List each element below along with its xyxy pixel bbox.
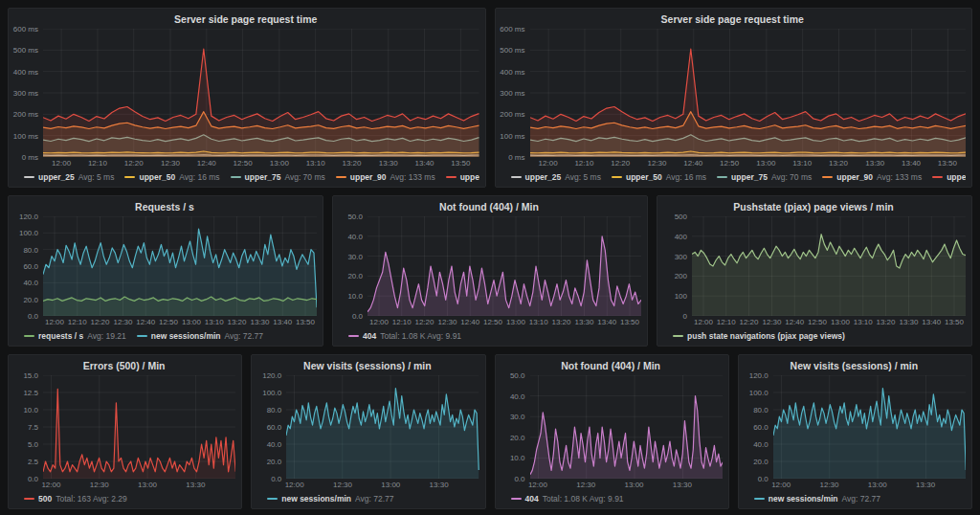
x-axis-tick: 12:40 <box>460 318 479 326</box>
series-stats: Avg: 72.77 <box>355 494 394 504</box>
y-axis-tick: 60.0 <box>753 423 768 432</box>
series-name[interactable]: upper_95 <box>947 172 966 182</box>
series-name[interactable]: requests / s <box>38 331 83 341</box>
series-name[interactable]: upper_25 <box>38 172 75 182</box>
panel-title[interactable]: Server side page request time <box>12 11 479 29</box>
series-name[interactable]: upper_25 <box>525 172 562 182</box>
y-axis-tick: 30.0 <box>510 413 525 421</box>
y-axis-tick: 0.0 <box>514 475 524 483</box>
x-axis-tick: 13:10 <box>529 318 548 326</box>
graph-canvas[interactable] <box>692 216 966 316</box>
y-axis-tick: 0 ms <box>508 153 524 162</box>
x-axis: 12:0012:3013:0013:30 <box>530 479 723 491</box>
x-axis-tick: 12:40 <box>197 159 216 168</box>
x-axis-tick: 12:30 <box>576 481 595 489</box>
legend-item: upper_90Avg: 133 ms <box>822 172 922 182</box>
legend: 404Total: 1.08 K Avg: 9.91 <box>500 491 723 506</box>
y-axis-tick: 120.0 <box>262 371 281 380</box>
panel-title[interactable]: Not found (404) / Min <box>337 198 641 216</box>
y-axis-tick: 40.0 <box>753 439 768 448</box>
series-name[interactable]: push state navigations (pjax page views) <box>687 331 845 341</box>
x-axis-tick: 13:20 <box>342 159 361 168</box>
x-axis-tick: 13:30 <box>379 159 398 168</box>
series-name[interactable]: 404 <box>363 331 376 341</box>
y-axis: 50.040.030.020.010.00.0 <box>500 375 530 479</box>
x-axis-tick: 12:50 <box>159 318 178 326</box>
panel-title[interactable]: New visits (sessions) / min <box>743 357 966 375</box>
graph-canvas[interactable] <box>43 375 235 479</box>
legend-item: upper_50Avg: 16 ms <box>124 172 219 182</box>
series-name[interactable]: upper_95 <box>460 172 479 182</box>
series-name[interactable]: 500 <box>38 494 52 504</box>
x-axis-tick: 12:20 <box>90 318 109 326</box>
y-axis-tick: 15.0 <box>23 371 38 380</box>
x-axis-tick: 12:50 <box>483 318 502 326</box>
graph-canvas[interactable] <box>286 375 479 479</box>
graph-canvas[interactable] <box>368 216 641 316</box>
series-name[interactable]: upper_50 <box>626 172 662 182</box>
y-axis-tick: 20.0 <box>510 433 525 441</box>
series-stats: Avg: 16 ms <box>179 172 219 182</box>
plot-area: 50.040.030.020.010.00.0 <box>500 375 723 479</box>
y-axis-tick: 600 ms <box>13 25 38 34</box>
panel-title[interactable]: Pushstate (pjax) page views / min <box>661 198 966 216</box>
y-axis-tick: 7.5 <box>28 423 38 432</box>
y-axis-tick: 200 <box>675 272 687 280</box>
series-color-dash <box>932 176 943 178</box>
y-axis-tick: 120.0 <box>19 213 38 221</box>
x-axis-tick: 12:50 <box>720 159 739 168</box>
x-axis-tick: 13:30 <box>899 318 918 326</box>
series-stats: Avg: 72.77 <box>842 494 881 504</box>
legend: new sessions/minAvg: 72.77 <box>743 491 966 506</box>
x-axis-tick: 12:20 <box>739 318 758 326</box>
series-name[interactable]: upper_50 <box>139 172 175 182</box>
plot-area: 600 ms500 ms400 ms300 ms200 ms100 ms0 ms <box>12 29 479 157</box>
panel-title[interactable]: New visits (sessions) / min <box>256 357 479 375</box>
series-name[interactable]: upper_90 <box>350 172 387 182</box>
panel-title[interactable]: Requests / s <box>12 198 317 216</box>
series-name[interactable]: upper_75 <box>731 172 768 182</box>
series-name[interactable]: new sessions/min <box>281 494 351 504</box>
series-stats: Avg: 19.21 <box>87 331 126 341</box>
x-axis: 12:0012:3013:0013:30 <box>773 479 966 491</box>
x-axis-tick: 13:30 <box>916 481 935 489</box>
legend-item: upper_95Avg: 184 ms <box>446 172 479 182</box>
panel-title[interactable]: Not found (404) / Min <box>500 357 723 375</box>
y-axis-tick: 50.0 <box>510 371 525 380</box>
x-axis-tick: 13:20 <box>227 318 246 326</box>
series-name[interactable]: new sessions/min <box>151 331 221 341</box>
legend-item: new sessions/minAvg: 72.77 <box>754 494 880 504</box>
panel-pushstate: Pushstate (pjax) page views / min5004003… <box>657 195 972 347</box>
x-axis-tick: 13:30 <box>574 318 593 326</box>
y-axis-tick: 20.0 <box>347 272 363 280</box>
x-axis: 12:0012:1012:2012:3012:4012:5013:0013:10… <box>43 157 479 169</box>
y-axis-tick: 500 <box>675 213 687 221</box>
graph-canvas[interactable] <box>530 375 723 479</box>
graph-canvas[interactable] <box>773 375 966 479</box>
legend-item: upper_25Avg: 5 ms <box>24 172 114 182</box>
y-axis-tick: 80.0 <box>267 405 282 414</box>
x-axis-tick: 12:40 <box>136 318 155 326</box>
panel-title[interactable]: Server side page request time <box>500 11 967 29</box>
graph-canvas[interactable] <box>530 29 967 157</box>
x-axis-tick: 13:10 <box>792 159 812 168</box>
series-area-upper_95 <box>530 49 967 157</box>
series-name[interactable]: new sessions/min <box>768 494 838 504</box>
x-axis: 12:0012:1012:2012:3012:4012:5013:0013:10… <box>530 157 967 169</box>
x-axis-tick: 12:20 <box>414 318 434 326</box>
graph-canvas[interactable] <box>43 216 317 316</box>
graph-canvas[interactable] <box>43 29 479 157</box>
x-axis-tick: 13:50 <box>938 159 957 168</box>
panel-title[interactable]: Errors (500) / Min <box>12 357 235 375</box>
x-axis-tick: 13:00 <box>138 481 157 489</box>
series-color-dash <box>511 176 522 178</box>
x-axis-tick: 13:00 <box>182 318 201 326</box>
series-name[interactable]: upper_75 <box>245 172 281 182</box>
y-axis-tick: 100 ms <box>13 131 38 140</box>
series-name[interactable]: 404 <box>525 494 539 504</box>
series-name[interactable]: upper_90 <box>836 172 873 182</box>
series-area-new_sessions <box>286 389 479 480</box>
x-axis-tick: 12:30 <box>762 318 781 326</box>
x-axis-tick: 12:40 <box>785 318 804 326</box>
series-stats: Avg: 72.77 <box>225 331 264 341</box>
